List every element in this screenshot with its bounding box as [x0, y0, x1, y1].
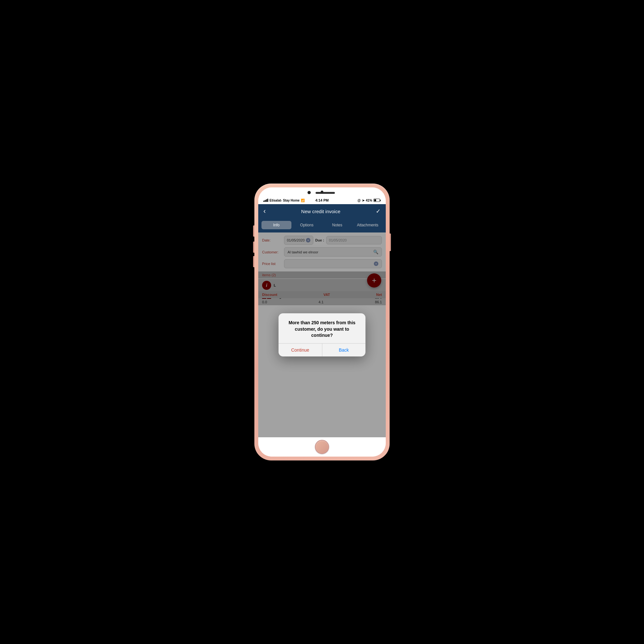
- page-title: New credit invoice: [301, 209, 340, 214]
- battery-icon: [374, 199, 381, 202]
- phone-notch: [258, 187, 386, 196]
- back-button[interactable]: ‹: [263, 207, 266, 215]
- wifi-icon: 📶: [301, 199, 305, 202]
- status-bar: Etisalat- Stay Home 📶 4:14 PM @ ➤ 41%: [258, 196, 386, 204]
- phone-screen: Etisalat- Stay Home 📶 4:14 PM @ ➤ 41% ‹ …: [258, 187, 386, 457]
- confirm-button[interactable]: ✓: [376, 208, 381, 215]
- status-time: 4:14 PM: [315, 198, 329, 202]
- top-dot: [321, 191, 323, 193]
- tab-options[interactable]: Options: [292, 221, 322, 229]
- modal-dialog: More than 250 meters from this customer,…: [279, 313, 365, 356]
- phone-speaker: [316, 192, 335, 194]
- back-button-modal[interactable]: Back: [322, 344, 366, 356]
- phone-bottom: [258, 437, 386, 457]
- tab-notes[interactable]: Notes: [322, 221, 352, 229]
- status-bar-right: @ ➤ 41%: [357, 199, 381, 202]
- signal-icon: [263, 199, 268, 202]
- location-icon: @: [357, 199, 361, 202]
- front-camera: [308, 191, 311, 194]
- phone-frame: Etisalat- Stay Home 📶 4:14 PM @ ➤ 41% ‹ …: [254, 184, 390, 460]
- carrier-name: Etisalat- Stay Home: [270, 199, 299, 202]
- tabs-bar: Info Options Notes Attachments: [258, 218, 386, 232]
- main-content: Date: 01/05/2020 ▾ Due : 01/05/2020 Cu: [258, 232, 386, 437]
- battery-pct: 41%: [366, 199, 372, 202]
- continue-button[interactable]: Continue: [279, 344, 322, 356]
- modal-overlay: More than 250 meters from this customer,…: [258, 232, 386, 437]
- home-button[interactable]: [315, 440, 329, 454]
- modal-body: More than 250 meters from this customer,…: [279, 313, 365, 343]
- arrow-icon: ➤: [362, 199, 365, 202]
- modal-buttons: Continue Back: [279, 343, 365, 356]
- nav-header: ‹ New credit invoice ✓: [258, 204, 386, 218]
- tab-info[interactable]: Info: [261, 221, 291, 229]
- status-bar-left: Etisalat- Stay Home 📶: [263, 199, 305, 202]
- tab-attachments[interactable]: Attachments: [353, 221, 383, 229]
- modal-message: More than 250 meters from this customer,…: [285, 320, 359, 339]
